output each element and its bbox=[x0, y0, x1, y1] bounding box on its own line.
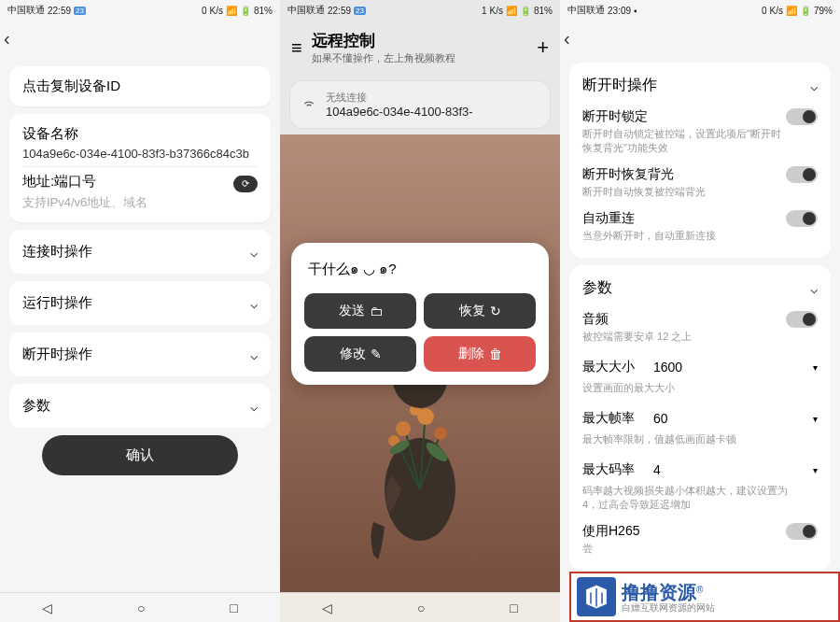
status-bar: 中国联通 22:59 23 1 K/s 📶 🔋 81% bbox=[280, 0, 560, 21]
setting-desc: 被控端需要安卓 12 之上 bbox=[582, 330, 818, 344]
chevron-down-icon: ⌵ bbox=[250, 296, 258, 311]
toggle-backlight[interactable] bbox=[786, 166, 818, 183]
setting-desc: 设置画面的最大大小 bbox=[582, 381, 818, 395]
battery-icon: 🔋 bbox=[520, 6, 531, 16]
section-runtime-label: 运行时操作 bbox=[22, 294, 92, 312]
setting-backlight-row: 断开时恢复背光 断开时自动恢复被控端背光 bbox=[582, 161, 818, 205]
section-toggle[interactable]: 参数 ⌵ bbox=[582, 275, 818, 305]
device-id-value: 104a9e6c-034e-4100-83f3-b37366c84c3b bbox=[22, 147, 258, 161]
page-subtitle: 如果不懂操作，左上角视频教程 bbox=[312, 51, 527, 65]
modify-label: 修改 bbox=[340, 346, 366, 362]
param-maxbitrate[interactable]: 最大码率 4 ▾ bbox=[582, 458, 818, 482]
section-runtime[interactable]: 运行时操作 ⌵ bbox=[9, 281, 271, 325]
carrier: 中国联通 bbox=[567, 4, 605, 17]
signal-icon: 📶 bbox=[226, 6, 237, 16]
status-badge: 23 bbox=[74, 7, 86, 15]
setting-desc: 码率越大视频损失越小体积越大，建议设置为 4，过高会导致延迟增加 bbox=[582, 484, 818, 512]
signal-icon: 📶 bbox=[786, 6, 797, 16]
carrier: 中国联通 bbox=[287, 4, 325, 17]
chevron-down-icon: ⌵ bbox=[810, 78, 818, 93]
setting-desc: 当意外断开时，自动重新连接 bbox=[582, 229, 818, 243]
modify-button[interactable]: 修改 ✎ bbox=[304, 336, 416, 372]
dropdown-icon: ▾ bbox=[813, 465, 818, 475]
address-input[interactable]: 支持IPv4/v6地址、域名 bbox=[22, 194, 258, 211]
send-button[interactable]: 发送 🗀 bbox=[304, 293, 416, 329]
chevron-down-icon: ⌵ bbox=[810, 281, 818, 296]
nav-bar: ◁ ○ □ bbox=[0, 592, 280, 622]
battery-icon: 🔋 bbox=[800, 6, 811, 16]
nav-bar: ◁ ○ □ bbox=[280, 592, 560, 622]
section-connect-label: 连接时操作 bbox=[22, 243, 92, 261]
section-params[interactable]: 参数 ⌵ bbox=[9, 384, 271, 428]
clock: 22:59 bbox=[48, 6, 71, 16]
section-disconnect[interactable]: 断开时操作 ⌵ bbox=[9, 332, 271, 376]
dropdown-icon: ▾ bbox=[813, 414, 818, 424]
nav-home[interactable]: ○ bbox=[137, 601, 145, 615]
battery-icon: 🔋 bbox=[240, 6, 251, 16]
net-unit: K/s bbox=[490, 6, 503, 16]
delete-button[interactable]: 删除 🗑 bbox=[424, 336, 536, 372]
status-bar: 中国联通 22:59 23 0 K/s 📶 🔋 81% bbox=[0, 0, 280, 21]
connection-card[interactable]: 无线连接 104a9e6c-034e-4100-83f3- bbox=[289, 80, 551, 129]
section-params-label: 参数 bbox=[22, 397, 50, 415]
param-label: 最大大小 bbox=[582, 359, 635, 375]
setting-audio-row: 音频 被控端需要安卓 12 之上 bbox=[582, 305, 818, 349]
param-label: 最大帧率 bbox=[582, 410, 635, 427]
section-connect[interactable]: 连接时操作 ⌵ bbox=[9, 230, 271, 274]
clock: 23:09 bbox=[608, 6, 631, 16]
nav-recent[interactable]: □ bbox=[230, 601, 237, 615]
setting-title: 使用H265 bbox=[582, 523, 639, 540]
edit-icon: ✎ bbox=[371, 346, 382, 361]
toggle-reconnect[interactable] bbox=[786, 210, 818, 227]
param-maxsize[interactable]: 最大大小 1600 ▾ bbox=[582, 355, 818, 379]
clock: 22:59 bbox=[328, 6, 351, 16]
svg-point-1 bbox=[396, 421, 411, 436]
restore-label: 恢复 bbox=[459, 303, 485, 319]
nav-recent[interactable]: □ bbox=[510, 601, 517, 615]
app-header: ≡ 远程控制 如果不懂操作，左上角视频教程 + bbox=[280, 21, 560, 75]
setting-title: 断开时锁定 bbox=[582, 108, 648, 125]
signal-icon: 📶 bbox=[506, 6, 517, 16]
setting-title: 断开时恢复背光 bbox=[582, 166, 674, 183]
setting-desc: 断开时自动锁定被控端，设置此项后"断开时恢复背光"功能失效 bbox=[582, 127, 818, 155]
confirm-button[interactable]: 确认 bbox=[42, 435, 238, 475]
battery-pct: 81% bbox=[254, 6, 273, 16]
restore-button[interactable]: 恢复 ↻ bbox=[424, 293, 536, 329]
setting-desc: 尝 bbox=[582, 542, 818, 556]
chevron-down-icon: ⌵ bbox=[250, 399, 258, 414]
add-button[interactable]: + bbox=[537, 35, 549, 60]
back-button[interactable]: ‹ bbox=[4, 28, 10, 49]
watermark-logo-icon bbox=[577, 577, 616, 616]
toggle-audio[interactable] bbox=[786, 311, 818, 328]
toggle-h265[interactable] bbox=[786, 523, 818, 540]
setting-title: 自动重连 bbox=[582, 210, 635, 227]
setting-desc: 断开时自动恢复被控端背光 bbox=[582, 185, 818, 199]
delete-label: 删除 bbox=[458, 346, 484, 362]
param-maxfps[interactable]: 最大帧率 60 ▾ bbox=[582, 406, 818, 431]
copy-device-id-button[interactable]: 点击复制设备ID bbox=[9, 66, 271, 106]
folder-icon: 🗀 bbox=[370, 304, 383, 318]
status-badge: 23 bbox=[354, 7, 366, 15]
back-button[interactable]: ‹ bbox=[564, 28, 570, 49]
menu-icon[interactable]: ≡ bbox=[291, 37, 302, 59]
setting-title: 音频 bbox=[582, 311, 609, 328]
nav-back[interactable]: ◁ bbox=[322, 601, 332, 615]
setting-h265-row: 使用H265 尝 bbox=[582, 517, 818, 561]
confirm-label: 确认 bbox=[126, 446, 154, 462]
nav-back[interactable]: ◁ bbox=[42, 601, 52, 615]
section-title: 断开时操作 bbox=[582, 76, 657, 95]
refresh-icon[interactable]: ⟳ bbox=[233, 176, 258, 192]
setting-lock-row: 断开时锁定 断开时自动锁定被控端，设置此项后"断开时恢复背光"功能失效 bbox=[582, 103, 818, 161]
screen-settings: 中国联通 23:09 ▪ 0 K/s 📶 🔋 79% ‹ 断开时操作 ⌵ 断开时… bbox=[560, 0, 840, 622]
setting-desc: 最大帧率限制，值越低画面越卡顿 bbox=[582, 432, 818, 446]
setting-maxsize-row: 最大大小 1600 ▾ 设置画面的最大大小 bbox=[582, 349, 818, 401]
device-name-label: 设备名称 bbox=[22, 125, 258, 143]
refresh-icon: ↻ bbox=[490, 304, 501, 318]
watermark-subtitle: 白嫖互联网资源的网站 bbox=[622, 602, 715, 613]
toggle-lock[interactable] bbox=[786, 108, 818, 125]
setting-maxbitrate-row: 最大码率 4 ▾ 码率越大视频损失越小体积越大，建议设置为 4，过高会导致延迟增… bbox=[582, 452, 818, 517]
param-value: 4 bbox=[653, 462, 661, 477]
section-toggle[interactable]: 断开时操作 ⌵ bbox=[582, 72, 818, 103]
nav-home[interactable]: ○ bbox=[417, 601, 425, 615]
connection-type-label: 无线连接 bbox=[326, 91, 539, 105]
